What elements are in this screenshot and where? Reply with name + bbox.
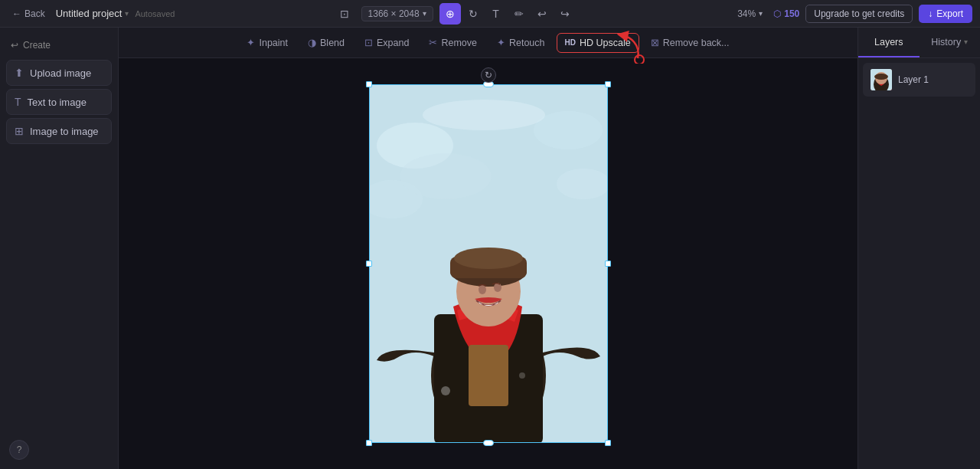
- credits-badge: ⬡ 150: [773, 8, 799, 19]
- expand-icon: ⊡: [364, 37, 373, 48]
- remove-tab[interactable]: ✂ Remove: [420, 32, 485, 53]
- text-to-image-label: Text to image: [28, 97, 87, 108]
- handle-bottom-left[interactable]: [366, 440, 372, 446]
- chevron-down-icon: ▾: [964, 38, 968, 46]
- image-to-image-label: Image to image: [30, 126, 99, 137]
- retouch-label: Retouch: [509, 38, 545, 48]
- autosaved-status: Autosaved: [135, 9, 175, 18]
- dimensions-value: 1366 × 2048: [368, 8, 420, 19]
- retouch-tab[interactable]: ✦ Retouch: [488, 32, 554, 53]
- pen-tool-button[interactable]: ✏: [508, 3, 530, 25]
- back-button[interactable]: ← Back: [8, 6, 50, 21]
- image-to-image-button[interactable]: ⊞ Image to image: [6, 118, 112, 144]
- topbar-center: ⊡ 1366 × 2048 ▾ ⊕ ↻ T ✏ ↩ ↪: [182, 3, 727, 25]
- project-name[interactable]: Untitled project ▾: [56, 8, 129, 19]
- inpaint-icon: ✦: [247, 37, 255, 48]
- text-to-image-button[interactable]: T Text to image: [6, 89, 112, 115]
- blend-icon: ◑: [308, 37, 316, 48]
- topbar: ← Back Untitled project ▾ Autosaved ⊡ 13…: [0, 0, 980, 28]
- canvas-area: ✦ Inpaint ◑ Blend ⊡ Expand ✂ Remove ✦ Re…: [119, 28, 858, 469]
- undo-button[interactable]: ↩: [531, 3, 553, 25]
- canvas-image: [369, 84, 608, 443]
- remove-background-tab[interactable]: ⊠ Remove back...: [642, 32, 738, 53]
- hd-icon: HD: [565, 38, 576, 47]
- left-sidebar: ↩ Create ⬆ Upload image T Text to image …: [0, 28, 119, 469]
- handle-top-right[interactable]: [605, 81, 611, 87]
- right-sidebar-tabs: Layers History ▾: [858, 28, 980, 58]
- svg-point-4: [423, 100, 545, 130]
- layer-item[interactable]: Layer 1: [863, 63, 975, 97]
- help-button[interactable]: ?: [9, 440, 29, 460]
- select-tool-button[interactable]: ⊕: [439, 3, 461, 25]
- edit-tools: ⊕ ↻ T ✏ ↩ ↪: [439, 3, 576, 25]
- export-button[interactable]: ↓ Export: [919, 5, 972, 23]
- layers-label: Layers: [874, 37, 903, 48]
- remove-background-label: Remove back...: [663, 38, 730, 48]
- hd-upscale-tab[interactable]: HD HD Upscale: [557, 33, 639, 53]
- dimension-badge[interactable]: 1366 × 2048 ▾: [361, 6, 433, 21]
- upload-image-label: Upload image: [30, 67, 91, 79]
- image-icon: ⊞: [15, 125, 24, 137]
- create-label: Create: [23, 40, 51, 51]
- upgrade-button[interactable]: Upgrade to get credits: [805, 5, 913, 23]
- svg-point-6: [557, 169, 608, 199]
- layer-name: Layer 1: [898, 74, 929, 85]
- svg-point-17: [441, 386, 450, 395]
- create-header: ↩ Create: [6, 37, 112, 54]
- history-label: History: [931, 37, 961, 48]
- inpaint-label: Inpaint: [259, 38, 288, 48]
- history-tab[interactable]: History ▾: [920, 28, 981, 57]
- remove-icon: ✂: [429, 37, 437, 48]
- credits-icon: ⬡: [773, 8, 781, 19]
- handle-middle-right[interactable]: [605, 261, 611, 267]
- text-tool-button[interactable]: T: [485, 3, 507, 25]
- svg-point-16: [494, 283, 501, 292]
- svg-point-22: [874, 74, 888, 80]
- redo-button[interactable]: ↪: [554, 3, 576, 25]
- handle-middle-left[interactable]: [366, 261, 372, 267]
- zoom-value: 34%: [737, 8, 756, 19]
- canvas-viewport[interactable]: ↻: [119, 58, 858, 469]
- blend-label: Blend: [320, 38, 345, 48]
- frame-tool-button[interactable]: ⊡: [334, 3, 355, 25]
- handle-bottom-center[interactable]: [483, 440, 494, 446]
- inpaint-tab[interactable]: ✦ Inpaint: [238, 32, 296, 53]
- upload-image-button[interactable]: ⬆ Upload image: [6, 60, 112, 86]
- export-label: Export: [936, 8, 963, 19]
- rotate-tool-button[interactable]: ↻: [462, 3, 484, 25]
- svg-point-15: [479, 285, 486, 294]
- back-label: Back: [24, 8, 45, 19]
- handle-top-left[interactable]: [366, 81, 372, 87]
- svg-point-18: [519, 372, 525, 379]
- text-icon: T: [15, 96, 21, 108]
- back-icon: ←: [12, 8, 21, 19]
- zoom-control[interactable]: 34% ▾: [733, 6, 767, 21]
- plus-icon: ↩: [11, 40, 18, 51]
- rotate-handle[interactable]: ↻: [481, 67, 496, 83]
- project-title: Untitled project: [56, 8, 122, 19]
- chevron-down-icon: ▾: [125, 9, 129, 18]
- credits-value: 150: [784, 8, 799, 19]
- tools-bar: ✦ Inpaint ◑ Blend ⊡ Expand ✂ Remove ✦ Re…: [119, 28, 858, 58]
- expand-tab[interactable]: ⊡ Expand: [356, 32, 417, 53]
- layer-thumb-svg: [871, 69, 892, 90]
- photo-svg: [369, 84, 608, 443]
- right-sidebar: Layers History ▾ Layer 1: [858, 28, 980, 469]
- hd-upscale-label: HD Upscale: [580, 38, 631, 48]
- svg-point-7: [400, 153, 492, 199]
- toolbar-icons: ⊡: [334, 3, 355, 25]
- svg-point-14: [454, 248, 523, 269]
- layer-thumbnail: [871, 69, 892, 90]
- chevron-down-icon: ▾: [423, 9, 426, 18]
- handle-bottom-right[interactable]: [605, 440, 611, 446]
- retouch-icon: ✦: [497, 37, 505, 48]
- canvas-image-container[interactable]: ↻: [369, 84, 608, 443]
- question-icon: ?: [17, 444, 22, 455]
- remove-bg-icon: ⊠: [651, 37, 659, 48]
- blend-tab[interactable]: ◑ Blend: [299, 32, 353, 53]
- topbar-right: 34% ▾ ⬡ 150 Upgrade to get credits ↓ Exp…: [733, 5, 972, 23]
- svg-rect-10: [469, 345, 508, 406]
- layers-tab[interactable]: Layers: [858, 28, 920, 57]
- download-icon: ↓: [928, 8, 933, 19]
- topbar-left: ← Back Untitled project ▾ Autosaved: [8, 6, 176, 21]
